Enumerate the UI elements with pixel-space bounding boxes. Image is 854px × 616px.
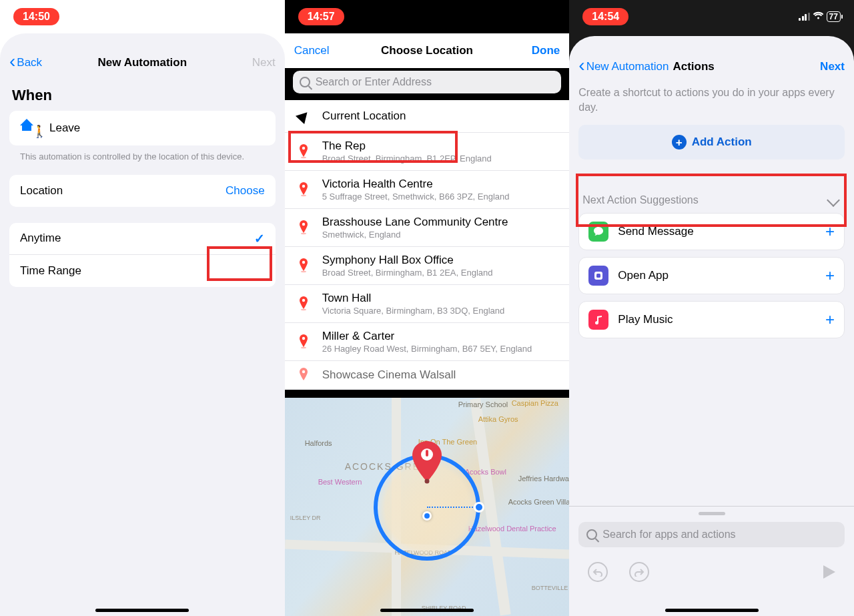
svg-rect-17 [596,274,600,278]
location-arrow-icon [296,111,312,121]
back-button[interactable]: Back [9,56,56,69]
when-header: When [0,76,285,111]
sheet-grabber[interactable] [699,512,725,515]
status-time: 14:54 [582,8,628,25]
status-bar: 14:50 77 [0,0,285,33]
done-button[interactable]: Done [513,44,560,57]
cancel-button[interactable]: Cancel [294,44,341,57]
suggestions-header[interactable]: Next Action Suggestions [569,160,854,213]
next-button[interactable]: Next [229,56,276,69]
nav-title: Choose Location [341,44,514,57]
suggestion-send-message[interactable]: Send Message + [578,213,845,250]
svg-point-9 [301,309,306,310]
redo-icon[interactable] [629,562,649,582]
trigger-label: Leave [49,121,265,135]
current-location-row[interactable]: Current Location [285,100,570,133]
suggestion-play-music[interactable]: Play Music + [578,301,845,338]
add-action-label: Add Action [692,135,752,149]
cellular-icon [799,13,810,21]
plus-circle-icon: + [672,135,687,149]
status-time: 14:57 [298,8,344,25]
svg-rect-14 [426,450,428,456]
time-card: Anytime ✓ Time Range [9,223,276,287]
svg-point-6 [302,261,304,264]
open-app-icon [588,266,608,286]
svg-point-3 [301,195,306,196]
undo-icon[interactable] [588,562,608,582]
suggestion-open-app[interactable]: Open App + [578,257,845,294]
cellular-icon [230,13,241,21]
location-row[interactable]: Location Choose [9,175,276,207]
pin-icon [296,368,312,382]
map[interactable]: ACOCKS GREEN Halfords Best Western Inn O… [285,398,570,616]
map-pin-icon[interactable] [410,441,444,487]
wifi-icon [528,11,539,22]
run-icon[interactable] [823,565,835,579]
location-card: Location Choose [9,175,276,207]
svg-point-12 [302,370,304,373]
nav-bar: Back New Automation Next [0,33,285,76]
leave-icon: 🚶 [20,119,43,137]
battery-indicator: 76 [542,11,556,22]
trigger-row[interactable]: 🚶 Leave [9,111,276,145]
bottom-search-input[interactable]: Search for apps and actions [578,522,845,547]
phone-actions: 14:54 77 New Automation Actions Next Cre… [569,0,854,616]
search-icon [300,77,310,87]
bottom-search-placeholder: Search for apps and actions [602,529,735,541]
svg-point-1 [301,157,306,158]
next-button[interactable]: Next [820,60,845,73]
svg-point-7 [301,271,306,272]
bottom-sheet[interactable]: Search for apps and actions [569,506,854,616]
phone-new-automation: 14:50 77 Back New Automation Next When 🚶… [0,0,285,616]
location-row[interactable]: Victoria Health Centre5 Suffrage Street,… [285,171,570,209]
pin-icon [296,182,312,197]
home-indicator[interactable] [665,609,759,612]
time-range-row[interactable]: Time Range [9,255,276,287]
status-bar: 14:57 76 [285,0,570,33]
location-list[interactable]: Current Location The RepBroad Street, Bi… [285,100,570,390]
location-row[interactable]: Town HallVictoria Square, Birmingham, B3… [285,285,570,323]
search-icon [586,529,597,540]
back-button[interactable]: New Automation [578,60,669,73]
choose-button[interactable]: Choose [226,184,265,198]
chevron-down-icon [827,194,840,207]
time-range-label: Time Range [20,264,265,278]
nav-title: New Automation [56,56,229,69]
trigger-card: 🚶 Leave [9,111,276,145]
messages-icon [588,222,608,242]
location-row[interactable]: Miller & Carter26 Hagley Road West, Birm… [285,323,570,361]
add-icon[interactable]: + [825,310,835,329]
search-placeholder: Search or Enter Address [316,76,432,88]
status-time: 14:50 [13,8,59,25]
svg-point-8 [302,299,304,302]
location-row[interactable]: Brasshouse Lane Community CentreSmethwic… [285,209,570,247]
add-icon[interactable]: + [825,222,835,241]
pin-icon [296,144,312,159]
current-location-label: Current Location [322,109,559,123]
radius-handle[interactable] [474,502,484,513]
svg-point-2 [302,185,304,188]
svg-point-4 [302,223,304,226]
wifi-icon [813,11,824,22]
svg-point-11 [301,347,306,348]
battery-indicator: 77 [827,11,841,22]
pin-icon [296,334,312,349]
nav-bar: Cancel Choose Location Done [285,33,570,68]
pin-icon [296,220,312,235]
music-icon [588,310,608,330]
wifi-icon [243,11,254,22]
location-label: Location [20,184,226,198]
nav-title: Actions [673,60,714,73]
svg-point-10 [302,337,304,340]
search-input[interactable]: Search or Enter Address [293,71,562,93]
location-row[interactable]: Showcase Cinema Walsall [285,361,570,390]
location-row[interactable]: The RepBroad Street, Birmingham, B1 2EP,… [285,133,570,171]
add-icon[interactable]: + [825,266,835,285]
add-action-button[interactable]: + Add Action [578,125,845,160]
anytime-row[interactable]: Anytime ✓ [9,223,276,255]
home-indicator[interactable] [380,609,474,612]
home-indicator[interactable] [95,609,189,612]
svg-point-5 [301,233,306,234]
svg-point-0 [302,147,304,149]
location-row[interactable]: Symphony Hall Box OfficeBroad Street, Bi… [285,247,570,285]
